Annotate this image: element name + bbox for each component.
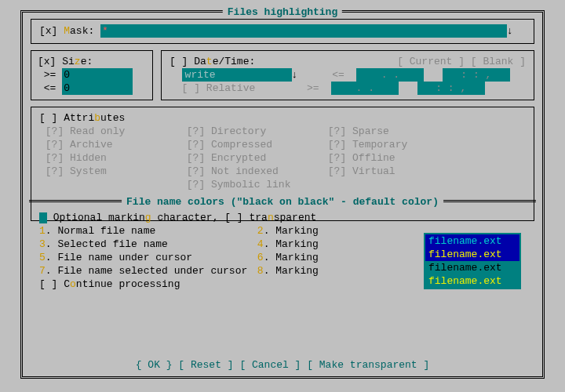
attr-item[interactable]: [?] Sparse [328,125,389,137]
relative-label: Relative [206,82,255,94]
attributes-section: [ ] Attributes [?] Read only[?] Director… [31,107,534,221]
attr-item[interactable]: [?] Not indexed [187,165,328,178]
datetime-section: [ ] Date/Time: [ Current ] [ Blank ] wri… [161,50,534,100]
color-row: . File name selected under cursor [46,264,257,278]
attr-item[interactable]: [?] Virtual [328,165,396,177]
ok-button[interactable]: { OK } [136,359,173,371]
button-bar: { OK } [ Reset ] [ Cancel ] [ Make trans… [23,358,542,372]
attr-item[interactable]: [?] Archive [46,138,187,151]
attr-item[interactable]: [?] Temporary [328,139,407,151]
size-hotkey: z [75,56,81,67]
colors-divider: File name colors ("black on black" - def… [29,200,536,202]
mask-checkbox[interactable]: [x] [39,25,57,37]
current-button[interactable]: [ Current ] [397,56,465,67]
dropdown-arrow-icon[interactable]: ↓ [292,69,298,81]
marking-char-input[interactable] [39,212,47,223]
attr-item[interactable]: [?] Hidden [46,151,187,165]
color-row: . File name under cursor [46,251,257,264]
relative-checkbox[interactable]: [ ] [182,82,200,94]
make-transparent-button[interactable]: [ Make transparent ] [307,359,429,371]
color-row: . Selected file name [46,238,257,251]
time-from-input[interactable]: : : , [417,82,485,95]
swatch-sel-cursor: filename.ext [425,274,519,288]
attr-item[interactable]: [?] Encrypted [187,151,328,165]
attr-label: utes [100,112,125,124]
continue-label: ntinue processing [76,278,180,290]
date-from-input[interactable]: . . [331,82,399,95]
mask-hotkey: M [64,25,70,37]
size-section: [x] Size: >= 0 <= 0 [31,50,153,100]
color-row: . Normal file name [46,224,257,238]
optional-marking-label: sparent [274,212,317,223]
attr-checkbox[interactable]: [ ] [39,112,57,124]
mask-section: [x] Mask: *↓ [31,19,534,44]
attr-item[interactable]: [?] Read only [46,125,187,138]
attr-item[interactable]: [?] Symbolic link [187,178,328,191]
size-ge: >= [44,69,56,81]
swatch-cursor: filename.ext [425,261,519,274]
datetime-checkbox[interactable]: [ ] [170,56,188,67]
size-label-post: e: [81,56,93,67]
continue-checkbox[interactable]: [ ] [39,278,57,290]
color-preview: filename.ext filename.ext filename.ext f… [424,233,521,289]
swatch-selected: filename.ext [425,248,519,261]
dialog-title: Files highlighting [223,5,342,19]
size-le: <= [44,82,56,94]
attr-item[interactable]: [?] Offline [328,152,396,164]
datetime-type-combo[interactable]: write [182,68,292,82]
date-to-input[interactable]: . . [356,68,424,82]
attr-item[interactable]: [?] System [46,165,187,178]
mask-label: ask: [70,25,94,37]
datetime-label: e/Time: [213,56,256,67]
attr-item[interactable]: [?] Directory [187,125,328,138]
time-to-input[interactable]: : : , [443,68,510,82]
size-checkbox[interactable]: [x] [38,56,56,67]
dialog-frame: Files highlighting [x] Mask: *↓ [x] Size… [20,10,545,379]
reset-button[interactable]: [ Reset ] [178,359,233,371]
size-label-pre: Si [62,56,75,67]
colors-title: File name colors ("black on black" - def… [122,195,443,209]
cancel-button[interactable]: [ Cancel ] [239,359,301,371]
mask-input[interactable]: * [100,24,507,38]
size-min-input[interactable]: 0 [62,68,133,82]
attr-item[interactable]: [?] Compressed [187,138,328,151]
dropdown-arrow-icon[interactable]: ↓ [507,25,513,37]
size-max-input[interactable]: 0 [62,82,133,95]
swatch-normal: filename.ext [425,234,519,248]
blank-button[interactable]: [ Blank ] [471,56,526,67]
